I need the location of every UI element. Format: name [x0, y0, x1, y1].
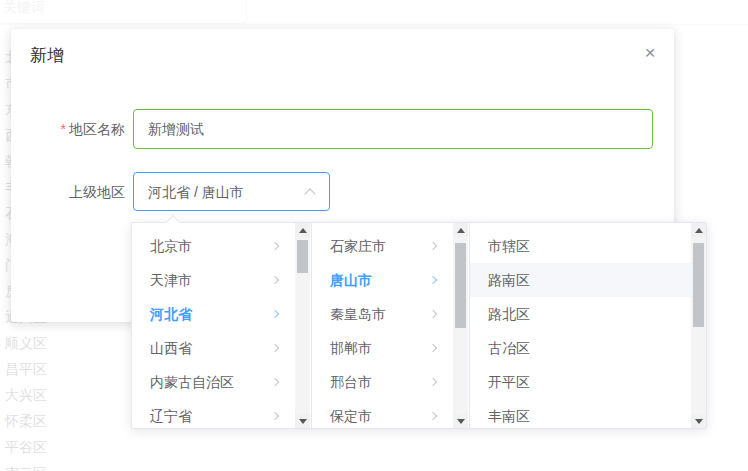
option-label: 辽宁省	[150, 408, 192, 424]
cascader-option-district[interactable]: 市辖区	[470, 229, 691, 263]
cascader-option-district[interactable]: 开平区	[470, 365, 691, 399]
triangle-up-icon	[457, 228, 465, 233]
chevron-right-icon	[429, 276, 437, 284]
scrollbar-thumb[interactable]	[455, 243, 466, 328]
scrollbar[interactable]	[295, 223, 310, 428]
cascader-column-districts: 市辖区 路南区 路北区 古冶区 开平区	[470, 223, 706, 428]
cascader-option-district[interactable]: 路南区	[470, 263, 691, 297]
option-label: 邯郸市	[330, 340, 372, 356]
region-name-input[interactable]: 新增测试	[133, 109, 653, 149]
option-label: 丰南区	[488, 408, 530, 424]
chevron-right-icon	[271, 378, 279, 386]
cascader-option-city[interactable]: 保定市	[312, 399, 469, 428]
option-label: 河北省	[150, 306, 192, 322]
chevron-right-icon	[271, 412, 279, 420]
option-label: 秦皇岛市	[330, 306, 386, 322]
cascader-column-provinces: 北京市 天津市 河北省 山西省 内蒙古自治区	[132, 223, 312, 428]
option-label: 山西省	[150, 340, 192, 356]
chevron-right-icon	[271, 344, 279, 352]
parent-region-label: 上级地区	[11, 172, 125, 212]
cascader-option-province[interactable]: 山西省	[132, 331, 311, 365]
option-label: 保定市	[330, 408, 372, 424]
required-asterisk: *	[61, 121, 66, 137]
chevron-right-icon	[271, 310, 279, 318]
chevron-right-icon	[429, 378, 437, 386]
option-label: 市辖区	[488, 238, 530, 254]
option-label: 路北区	[488, 306, 530, 322]
cascader-option-city[interactable]: 邢台市	[312, 365, 469, 399]
cascader-option-city[interactable]: 石家庄市	[312, 229, 469, 263]
region-name-label: *地区名称	[11, 109, 125, 149]
triangle-down-icon	[299, 419, 307, 424]
chevron-right-icon	[429, 412, 437, 420]
cascader-option-province[interactable]: 河北省	[132, 297, 311, 331]
cascader-dropdown: 北京市 天津市 河北省 山西省 内蒙古自治区	[131, 222, 707, 429]
chevron-right-icon	[429, 310, 437, 318]
triangle-up-icon	[299, 228, 307, 233]
chevron-right-icon	[271, 276, 279, 284]
option-label: 邢台市	[330, 374, 372, 390]
cascader-column-cities: 石家庄市 唐山市 秦皇岛市 邯郸市 邢台市	[312, 223, 470, 428]
parent-region-value: 河北省 / 唐山市	[148, 184, 244, 200]
close-icon[interactable]: ×	[640, 43, 660, 63]
cascader-option-city[interactable]: 唐山市	[312, 263, 469, 297]
cascader-option-city[interactable]: 邯郸市	[312, 331, 469, 365]
cascader-option-district[interactable]: 古冶区	[470, 331, 691, 365]
scrollbar-thumb[interactable]	[297, 240, 308, 273]
chevron-right-icon	[429, 242, 437, 250]
option-label: 路南区	[488, 272, 530, 288]
scrollbar-down-button[interactable]	[295, 414, 310, 428]
triangle-down-icon	[695, 419, 703, 424]
cascader-option-province[interactable]: 天津市	[132, 263, 311, 297]
triangle-down-icon	[457, 419, 465, 424]
option-label: 北京市	[150, 238, 192, 254]
option-label: 石家庄市	[330, 238, 386, 254]
cascader-option-district[interactable]: 丰南区	[470, 399, 691, 428]
scrollbar-up-button[interactable]	[691, 223, 706, 237]
scrollbar-up-button[interactable]	[453, 223, 468, 237]
chevron-right-icon	[271, 242, 279, 250]
scrollbar[interactable]	[691, 223, 706, 428]
chevron-up-icon	[304, 188, 315, 199]
cascader-option-province[interactable]: 北京市	[132, 229, 311, 263]
parent-region-cascader-input[interactable]: 河北省 / 唐山市	[133, 172, 330, 211]
cascader-option-province[interactable]: 辽宁省	[132, 399, 311, 428]
option-label: 唐山市	[330, 272, 372, 288]
scrollbar-up-button[interactable]	[295, 223, 310, 237]
region-name-value: 新增测试	[148, 121, 204, 137]
cascader-option-province[interactable]: 内蒙古自治区	[132, 365, 311, 399]
triangle-up-icon	[695, 228, 703, 233]
scrollbar-down-button[interactable]	[453, 414, 468, 428]
cascader-option-district[interactable]: 路北区	[470, 297, 691, 331]
option-label: 内蒙古自治区	[150, 374, 234, 390]
scrollbar[interactable]	[453, 223, 468, 428]
scrollbar-thumb[interactable]	[693, 243, 704, 327]
scrollbar-down-button[interactable]	[691, 414, 706, 428]
chevron-right-icon	[429, 344, 437, 352]
option-label: 开平区	[488, 374, 530, 390]
screen: 关键词 北京市市辖区东城区西城区朝阳区丰台区石景山区海淀区门头沟区房山区通州区顺…	[0, 0, 748, 471]
dialog-title: 新增	[30, 44, 64, 68]
option-label: 古冶区	[488, 340, 530, 356]
option-label: 天津市	[150, 272, 192, 288]
cascader-option-city[interactable]: 秦皇岛市	[312, 297, 469, 331]
